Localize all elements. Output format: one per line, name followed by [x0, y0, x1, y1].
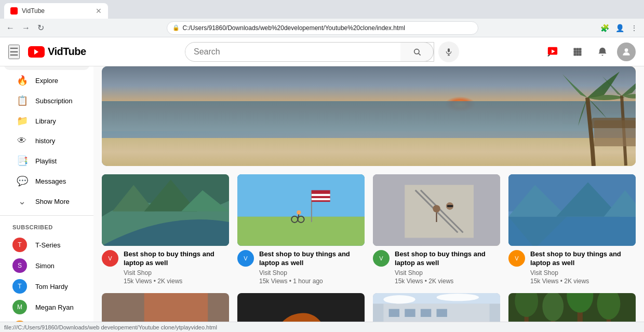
sub-item-tomhardy[interactable]: T Tom Hardy	[0, 276, 93, 297]
video-channel-3: Visit Shop	[395, 269, 500, 276]
subscribed-title: SUBSCRIBED	[0, 220, 93, 234]
url-input[interactable]: 🔒 C:/Users/91860/Downloads/web%20develop…	[167, 21, 478, 35]
sidebar-label-history: history	[35, 137, 55, 145]
sidebar-divider	[0, 215, 93, 216]
svg-rect-9	[574, 48, 576, 50]
upload-button[interactable]	[542, 42, 563, 62]
channel-avatar-3: V	[373, 250, 390, 267]
video-channel-1: Visit Shop	[124, 269, 229, 276]
sidebar-item-subscription[interactable]: 📋 Subscription	[4, 91, 89, 110]
video-grid-row1: V Best shop to buy things and laptop as …	[102, 174, 636, 285]
video-stats-2: 15k Views • 1 hour ago	[259, 278, 365, 285]
video-stats-4: 15k Views • 2K views	[530, 278, 636, 285]
search-input[interactable]	[185, 47, 400, 57]
video-card-1[interactable]: V Best shop to buy things and laptop as …	[102, 174, 229, 285]
back-button[interactable]: ←	[4, 21, 17, 35]
search-bar	[185, 42, 434, 62]
sub-name-tomhardy: Tom Hardy	[35, 283, 68, 290]
video-card-2[interactable]: V Best shop to buy things and laptop as …	[237, 174, 365, 285]
svg-marker-0	[34, 49, 38, 54]
subscription-icon: 📋	[17, 95, 27, 106]
browser-tab[interactable]: VidTube ✕	[4, 3, 108, 19]
video-info-3: Best shop to buy things and laptop as we…	[395, 250, 500, 285]
browser-address-bar: ← → ↻ 🔒 C:/Users/91860/Downloads/web%20d…	[0, 19, 644, 37]
sidebar-item-library[interactable]: 📁 Library	[4, 111, 89, 131]
svg-rect-64	[437, 309, 447, 316]
status-bar: file:///C:/Users/91860/Downloads/web dev…	[0, 322, 644, 332]
header-center	[102, 42, 542, 62]
video-card-3[interactable]: V Best shop to buy things and laptop as …	[373, 174, 500, 285]
video-info-4: Best shop to buy things and laptop as we…	[530, 250, 636, 285]
video-info-1: Best shop to buy things and laptop as we…	[124, 250, 229, 285]
sidebar-item-messages[interactable]: 💬 Messages	[4, 171, 89, 191]
profile-button[interactable]: 👤	[613, 22, 626, 34]
thumb1-svg	[102, 174, 229, 246]
sidebar-item-history[interactable]: 👁 history	[4, 131, 89, 150]
svg-rect-61	[389, 309, 399, 316]
video-title-1: Best shop to buy things and laptop as we…	[124, 250, 229, 268]
video-title-2: Best shop to buy things and laptop as we…	[259, 250, 365, 268]
sidebar-item-explore[interactable]: 🔥 Explore	[4, 71, 89, 90]
refresh-button[interactable]: ↻	[35, 21, 46, 35]
play-icon	[33, 48, 40, 56]
video-meta-3: V Best shop to buy things and laptop as …	[373, 250, 500, 285]
upload-icon	[547, 46, 558, 58]
sidebar-label-playlist: Playlist	[35, 157, 57, 165]
lock-icon: 🔒	[172, 24, 180, 31]
video-card-4[interactable]: V Best shop to buy things and laptop as …	[508, 174, 636, 285]
svg-point-30	[297, 210, 301, 214]
header-left: ☰ VidTube	[8, 45, 102, 59]
sidebar-label-explore: Explore	[35, 77, 58, 85]
video-stats-1: 15k Views • 2K views	[124, 278, 229, 285]
sidebar-item-playlist[interactable]: 📑 Playlist	[4, 151, 89, 171]
svg-rect-10	[576, 48, 579, 50]
sidebar-item-show-more[interactable]: ⌄ Show More	[4, 191, 89, 211]
logo[interactable]: VidTube	[28, 46, 86, 58]
playlist-icon: 📑	[17, 155, 27, 167]
sub-item-meganryan[interactable]: M Megan Ryan	[0, 297, 93, 317]
video-channel-2: Visit Shop	[259, 269, 365, 276]
sub-item-tseries[interactable]: T T-Series	[0, 234, 93, 255]
video-thumb-4	[508, 174, 636, 246]
sidebar-label-show-more: Show More	[35, 198, 70, 205]
mic-icon	[445, 48, 453, 56]
svg-rect-11	[579, 48, 582, 50]
sub-avatar-simon: S	[12, 258, 27, 273]
channel-avatar-1: V	[102, 250, 118, 267]
video-meta-1: V Best shop to buy things and laptop as …	[102, 250, 229, 285]
video-title-4: Best shop to buy things and laptop as we…	[530, 250, 636, 268]
logo-icon	[28, 46, 45, 58]
chevron-down-icon: ⌄	[17, 196, 27, 207]
svg-line-2	[419, 53, 421, 56]
svg-point-70	[437, 294, 479, 301]
sub-name-tseries: T-Series	[35, 241, 60, 249]
video-thumb-2	[237, 174, 365, 246]
mic-button[interactable]	[438, 42, 459, 62]
more-button[interactable]: ⋮	[628, 22, 640, 34]
svg-point-35	[433, 205, 440, 212]
svg-point-18	[625, 48, 628, 52]
tab-close-icon[interactable]: ✕	[96, 7, 102, 15]
hero-beach-image	[102, 66, 636, 166]
sidebar-label-messages: Messages	[35, 177, 66, 185]
search-button[interactable]	[400, 42, 434, 62]
hero-banner[interactable]	[102, 66, 636, 166]
sub-avatar-tomhardy: T	[12, 279, 27, 294]
svg-rect-3	[448, 48, 450, 52]
main-layout: 🏠 Home 🔥 Explore 📋 Subscription 📁 Librar…	[0, 66, 644, 332]
notifications-button[interactable]	[592, 42, 613, 62]
video-stats-3: 15k Views • 2K views	[395, 278, 500, 285]
apps-button[interactable]	[567, 42, 588, 62]
svg-rect-14	[579, 50, 582, 53]
browser-tabs-bar: VidTube ✕	[0, 0, 644, 19]
browser-action-buttons: 🧩 👤 ⋮	[598, 22, 640, 34]
sidebar-label-subscription: Subscription	[35, 97, 73, 105]
hamburger-menu[interactable]: ☰	[8, 45, 20, 59]
library-icon: 📁	[17, 115, 27, 127]
forward-button[interactable]: →	[20, 21, 32, 35]
video-thumb-1	[102, 174, 229, 246]
extensions-button[interactable]: 🧩	[598, 22, 611, 34]
svg-rect-62	[405, 309, 415, 316]
user-avatar[interactable]	[617, 43, 636, 61]
sub-item-simon[interactable]: S Simon	[0, 255, 93, 276]
